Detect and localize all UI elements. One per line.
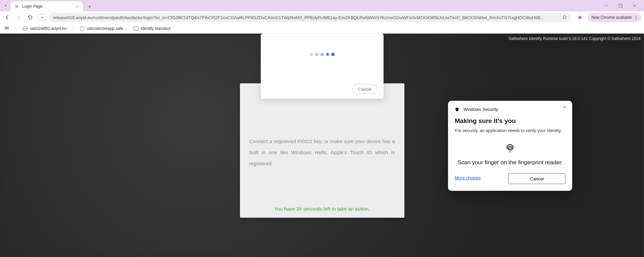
bookmark-oidc[interactable]: oidcnetcoreapp.safe…: [80, 26, 127, 31]
svg-rect-5: [5, 27, 6, 28]
decor-dots: · · ·: [348, 52, 358, 56]
copyright-text: Safewhere Identify Runtime build 5.18.0.…: [508, 36, 641, 41]
bookmark-star-icon[interactable]: [562, 14, 567, 21]
url-text: release518.anyid.eu/runtime/otpauth/twof…: [53, 15, 560, 20]
tab-strip: Login Page: [11, 0, 602, 11]
svg-point-4: [41, 18, 41, 18]
profile-avatar[interactable]: [576, 13, 584, 22]
browser-tab[interactable]: Login Page: [11, 1, 83, 11]
back-button[interactable]: [3, 13, 12, 22]
new-chrome-label: New Chrome available: [591, 15, 632, 20]
webauthn-cancel-button[interactable]: Cancel: [352, 84, 377, 94]
browser-toolbar: release518.anyid.eu/runtime/otpauth/twof…: [0, 11, 644, 24]
svg-point-3: [41, 17, 41, 17]
fingerprint-icon: [505, 142, 515, 155]
file-icon: [80, 26, 85, 31]
loading-indicator: · · · · · · · · · · · · · · · · · · · · …: [267, 40, 377, 74]
fingerprint-instruction: Scan your finger on the fingerprint read…: [457, 159, 563, 166]
windows-security-dialog: Windows Security Making sure it's you Fo…: [448, 101, 572, 191]
shield-icon: [455, 107, 459, 112]
dialog-app-name: Windows Security: [463, 107, 498, 112]
loading-dots: [310, 53, 335, 56]
svg-rect-10: [8, 28, 9, 29]
new-chrome-pill[interactable]: New Chrome available ⋮: [588, 13, 641, 22]
ws-cancel-button[interactable]: Cancel: [508, 173, 565, 184]
chrome-menu-icon[interactable]: ⋮: [634, 15, 638, 20]
dialog-header: Windows Security: [455, 107, 565, 112]
decor-dots: · · ·: [287, 52, 296, 56]
fingerprint-prompt: Scan your finger on the fingerprint read…: [455, 142, 565, 166]
maximize-button[interactable]: [616, 1, 625, 10]
tab-favicon: [14, 4, 19, 9]
fido2-timer-text: You have 34 seconds left to take an acti…: [240, 206, 404, 212]
apps-grid-icon: [4, 26, 9, 31]
fido2-card: Connect a registered FIDO2 key, or make …: [240, 83, 404, 218]
forward-button[interactable]: [14, 13, 23, 22]
bookmark-identify-standard[interactable]: Identify standard: [133, 26, 170, 31]
bookmark-label: oidcnetcoreapp.safe…: [87, 26, 127, 31]
minimize-button[interactable]: [602, 1, 611, 10]
bookmark-saml[interactable]: saml2wif01.anyid.eu: [22, 26, 66, 31]
dialog-subtitle: For security, an application needs to ve…: [455, 128, 565, 133]
svg-rect-6: [6, 27, 7, 28]
folder-icon: [133, 26, 139, 31]
svg-rect-9: [6, 28, 7, 29]
globe-icon: [22, 26, 28, 31]
svg-rect-2: [619, 4, 622, 7]
decor-dots: · · · · · · · · ·: [305, 45, 338, 49]
tab-close-icon[interactable]: [75, 4, 80, 9]
separator: |: [15, 26, 16, 31]
browser-titlebar: Login Page: [0, 0, 644, 11]
svg-rect-7: [8, 27, 9, 28]
site-info-button[interactable]: [38, 14, 46, 21]
separator: |: [72, 26, 73, 31]
more-choices-link[interactable]: More choices: [455, 175, 481, 180]
svg-rect-8: [5, 28, 6, 29]
address-bar[interactable]: release518.anyid.eu/runtime/otpauth/twof…: [49, 13, 571, 22]
bookmarks-bar: | saml2wif01.anyid.eu | oidcnetcoreapp.s…: [0, 24, 644, 34]
bookmark-label: saml2wif01.anyid.eu: [30, 26, 66, 31]
decor-dots: · · · · ·: [327, 60, 344, 64]
tab-title: Login Page: [22, 4, 72, 9]
window-controls: [602, 1, 642, 10]
new-tab-button[interactable]: [85, 2, 94, 11]
reload-button[interactable]: [26, 13, 35, 22]
webauthn-loading-popup: · · · · · · · · · · · · · · · · · · · · …: [261, 34, 384, 99]
apps-shortcut[interactable]: [4, 26, 9, 31]
dialog-title: Making sure it's you: [455, 117, 565, 125]
decor-dots: · · · · · · · ·: [307, 66, 337, 70]
page-content: Safewhere Identify Runtime build 5.18.0.…: [0, 34, 644, 257]
close-window-button[interactable]: [630, 1, 639, 10]
svg-point-1: [16, 6, 17, 6]
dialog-close-button[interactable]: [561, 104, 567, 110]
tab-search-button[interactable]: [2, 2, 9, 9]
bookmark-label: Identify standard: [141, 26, 170, 31]
fido2-instruction-text: Connect a registered FIDO2 key, or make …: [249, 136, 395, 169]
